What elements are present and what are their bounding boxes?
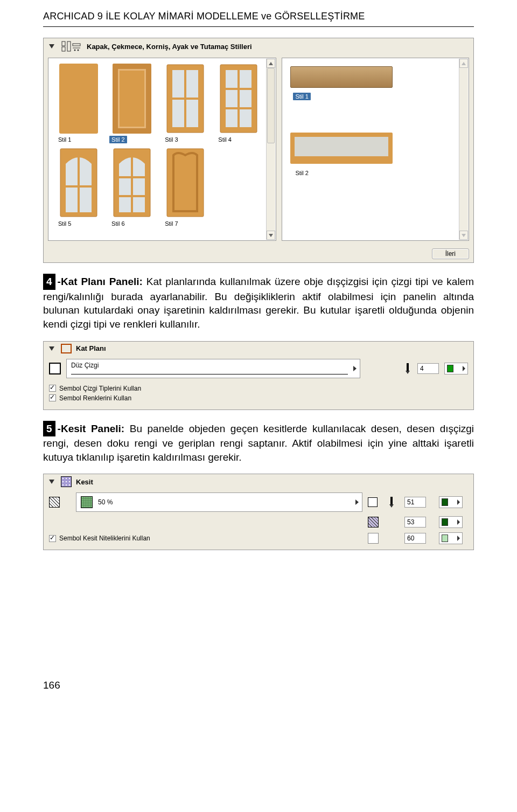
katplani-panel-title: Kat Planı <box>76 344 106 352</box>
pen-number-input-3[interactable]: 60 <box>404 533 426 544</box>
style-category-icons <box>61 40 82 52</box>
fill-pattern-selector[interactable]: 50 % <box>76 492 362 512</box>
chevron-down-icon[interactable] <box>49 44 54 48</box>
chevron-down-icon[interactable] <box>49 346 54 351</box>
checkbox-sembol-kesit[interactable]: Sembol Kesit Niteliklerini Kullan <box>49 535 362 542</box>
outline-swatch-icon <box>49 363 61 374</box>
scroll-up-button[interactable] <box>459 59 468 68</box>
checkbox-sembol-renkleri[interactable]: Sembol Renklerini Kullan <box>49 394 468 402</box>
door-style-3[interactable]: Stil 3 <box>159 63 211 144</box>
cut-fill-icon <box>49 497 60 508</box>
hatch-bg-icon <box>368 533 379 544</box>
page-number: 166 <box>43 679 474 691</box>
katplani-panel-header[interactable]: Kat Planı <box>44 342 473 356</box>
material-styles-scrollbar[interactable] <box>459 59 468 240</box>
pen-color-chip[interactable] <box>444 363 468 374</box>
line-type-selector[interactable]: Düz Çizgi <box>66 359 360 378</box>
door-style-4[interactable]: Stil 4 <box>213 63 264 144</box>
material-style-1[interactable]: Stil 1 <box>287 63 457 101</box>
pen-color-chip-1[interactable] <box>439 496 463 508</box>
material-styles-list[interactable]: Stil 1 Stil 2 <box>282 58 469 241</box>
dropdown-arrow-icon <box>353 366 357 371</box>
svg-rect-0 <box>62 41 65 46</box>
checkbox-sembol-cizgi-tipleri[interactable]: Sembol Çizgi Tiplerini Kullan <box>49 385 468 392</box>
svg-marker-24 <box>269 62 273 65</box>
door-style-6[interactable]: Stil 6 <box>106 147 157 228</box>
pen-number-input-2[interactable]: 53 <box>404 517 426 528</box>
door-style-2[interactable]: Stil 2 <box>106 63 157 144</box>
svg-marker-25 <box>269 234 273 237</box>
number-marker-5: 5 <box>43 421 55 437</box>
pen-number-input[interactable]: 4 <box>417 363 439 374</box>
kesit-panel-header[interactable]: Kesit <box>44 474 473 489</box>
pen-number-input-1[interactable]: 51 <box>404 497 426 508</box>
katplani-header-icon <box>61 344 72 353</box>
pen-icon <box>387 497 396 508</box>
svg-point-6 <box>78 50 79 51</box>
pen-color-chip-2[interactable] <box>439 516 463 528</box>
header-rule <box>43 26 474 27</box>
kesit-panel-title: Kesit <box>76 478 93 486</box>
pen-icon <box>403 363 412 374</box>
svg-marker-27 <box>462 234 466 237</box>
door-styles-scrollbar[interactable] <box>266 59 275 240</box>
outline-swatch-icon <box>368 497 378 507</box>
page-header: ARCHICAD 9 İLE KOLAY MİMARİ MODELLEME ve… <box>43 11 474 22</box>
number-marker-4: 4 <box>43 274 55 290</box>
ileri-button[interactable]: İleri <box>432 248 469 259</box>
dropdown-arrow-icon <box>355 499 359 505</box>
styles-panel: Kapak, Çekmece, Korniş, Ayak ve Tutamaç … <box>43 38 474 263</box>
pen-color-chip-3[interactable] <box>439 532 463 544</box>
styles-panel-title: Kapak, Çekmece, Korniş, Ayak ve Tutamaç … <box>87 43 252 51</box>
svg-rect-2 <box>67 41 71 51</box>
kesit-header-icon <box>61 476 72 487</box>
svg-rect-1 <box>62 47 65 51</box>
styles-panel-header[interactable]: Kapak, Çekmece, Korniş, Ayak ve Tutamaç … <box>44 38 473 54</box>
scroll-down-button[interactable] <box>267 231 275 240</box>
door-style-1[interactable]: Stil 1 <box>53 63 104 144</box>
katplani-panel: Kat Planı Düz Çizgi 4 Sembo <box>43 341 474 410</box>
svg-rect-3 <box>73 44 80 46</box>
chevron-down-icon[interactable] <box>49 480 54 484</box>
door-style-5[interactable]: Stil 5 <box>53 147 104 228</box>
paragraph-4: 4-Kat Planı Paneli: Kat planlarında kull… <box>43 274 474 331</box>
scroll-up-button[interactable] <box>267 59 275 68</box>
material-style-2[interactable]: Stil 2 <box>287 128 457 178</box>
hatch-fg-icon <box>368 517 379 528</box>
scroll-thumb[interactable] <box>267 68 275 143</box>
paragraph-5: 5-Kesit Paneli: Bu panelde objeden geçen… <box>43 421 474 464</box>
door-styles-list[interactable]: Stil 1 Stil 2 <box>48 58 276 241</box>
svg-marker-26 <box>462 62 466 65</box>
kesit-panel: Kesit 50 % 51 53 <box>43 474 474 550</box>
door-style-7[interactable]: Stil 7 <box>159 147 211 228</box>
scroll-down-button[interactable] <box>459 231 468 240</box>
svg-point-5 <box>74 50 76 51</box>
